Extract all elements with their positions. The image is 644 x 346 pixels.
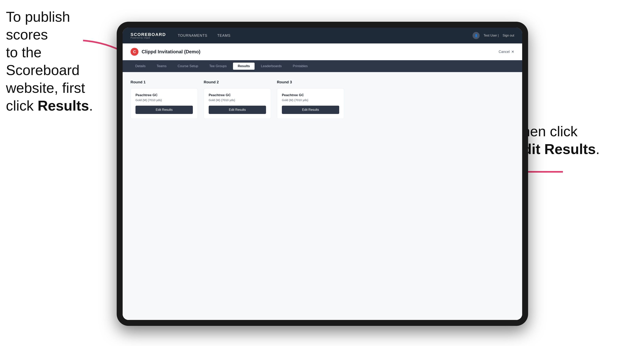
edit-results-btn-3[interactable]: Edit Results: [282, 106, 339, 114]
logo-sub: Powered by clippd: [130, 37, 166, 39]
nav-tournaments[interactable]: TOURNAMENTS: [178, 33, 208, 38]
tab-details[interactable]: Details: [130, 63, 150, 70]
tournament-header: C Clippd Invitational (Demo) Cancel ✕: [123, 43, 522, 60]
tournament-title-row: C Clippd Invitational (Demo): [130, 48, 200, 56]
nav-right: 👤 Test User | Sign out: [472, 32, 514, 39]
rounds-content: Round 1 Peachtree GC Gold (M) (7010 yds)…: [123, 72, 522, 320]
round-3-course-name: Peachtree GC: [282, 93, 339, 97]
tab-leaderboards[interactable]: Leaderboards: [256, 63, 286, 70]
tablet-device: SCOREBOARD Powered by clippd TOURNAMENTS…: [117, 22, 528, 326]
round-2-course-details: Gold (M) (7010 yds): [209, 98, 266, 102]
nav-bar: SCOREBOARD Powered by clippd TOURNAMENTS…: [123, 28, 522, 43]
instruction-line3: website, first: [6, 80, 85, 96]
round-1-course-name: Peachtree GC: [136, 93, 193, 97]
instruction-left: To publish scores to the Scoreboard webs…: [6, 8, 109, 115]
round-2-column: Round 2 Peachtree GC Gold (M) (7010 yds)…: [204, 80, 271, 312]
tab-tee-groups[interactable]: Tee Groups: [204, 63, 232, 70]
round-1-column: Round 1 Peachtree GC Gold (M) (7010 yds)…: [130, 80, 198, 312]
nav-links: TOURNAMENTS TEAMS: [178, 33, 472, 38]
round-2-card: Peachtree GC Gold (M) (7010 yds) Edit Re…: [204, 88, 271, 119]
tournament-logo: C: [130, 48, 138, 56]
sub-nav: Details Teams Course Setup Tee Groups Re…: [123, 60, 522, 72]
logo: SCOREBOARD Powered by clippd: [130, 32, 166, 39]
round-1-course-details: Gold (M) (7010 yds): [136, 98, 193, 102]
content-area: C Clippd Invitational (Demo) Cancel ✕ De…: [123, 43, 522, 320]
round-3-title: Round 3: [277, 80, 344, 84]
tab-printables[interactable]: Printables: [288, 63, 312, 70]
round-2-title: Round 2: [204, 80, 271, 84]
tab-teams[interactable]: Teams: [152, 63, 171, 70]
round-2-course-name: Peachtree GC: [209, 93, 266, 97]
round-1-title: Round 1: [130, 80, 198, 84]
round-3-card: Peachtree GC Gold (M) (7010 yds) Edit Re…: [277, 88, 344, 119]
instruction-line1: To publish scores: [6, 9, 70, 42]
tab-course-setup[interactable]: Course Setup: [173, 63, 203, 70]
edit-results-btn-1[interactable]: Edit Results: [136, 106, 193, 114]
round-3-course-details: Gold (M) (7010 yds): [282, 98, 339, 102]
close-icon: ✕: [511, 50, 514, 54]
user-label: Test User |: [484, 34, 499, 37]
tab-results[interactable]: Results: [233, 63, 254, 70]
logo-title: SCOREBOARD: [130, 32, 166, 37]
cancel-button[interactable]: Cancel ✕: [499, 50, 514, 54]
round-3-column: Round 3 Peachtree GC Gold (M) (7010 yds)…: [277, 80, 344, 312]
tournament-title: Clippd Invitational (Demo): [142, 49, 200, 54]
tablet-screen: SCOREBOARD Powered by clippd TOURNAMENTS…: [123, 28, 522, 320]
sign-out-link[interactable]: Sign out: [502, 34, 514, 37]
instruction-line4: click Results.: [6, 98, 93, 114]
instruction-line2: to the Scoreboard: [6, 44, 80, 78]
round-1-card: Peachtree GC Gold (M) (7010 yds) Edit Re…: [130, 88, 198, 119]
user-avatar: 👤: [472, 32, 480, 39]
nav-teams[interactable]: TEAMS: [217, 33, 230, 38]
edit-results-btn-2[interactable]: Edit Results: [209, 106, 266, 114]
empty-column: [350, 80, 417, 312]
